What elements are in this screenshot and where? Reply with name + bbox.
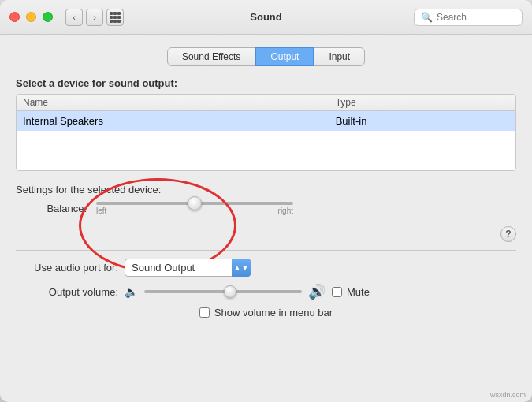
show-volume-label: Show volume in menu bar xyxy=(214,307,333,318)
watermark: wsxdn.com xyxy=(490,391,526,399)
settings-heading: Settings for the selected device: xyxy=(16,184,516,195)
mute-text: Mute xyxy=(347,286,370,298)
volume-label: Output volume: xyxy=(16,286,118,298)
search-input[interactable] xyxy=(437,12,515,23)
port-select[interactable]: Sound Output Sound Input Off xyxy=(125,259,251,277)
forward-button[interactable]: › xyxy=(86,9,103,26)
help-button[interactable]: ? xyxy=(500,226,516,242)
close-button[interactable] xyxy=(9,12,20,22)
search-icon: 🔍 xyxy=(421,12,433,23)
table-empty-area xyxy=(17,131,515,170)
back-button[interactable]: ‹ xyxy=(65,9,83,26)
balance-label: Balance: xyxy=(32,203,87,214)
nav-buttons: ‹ › xyxy=(65,9,103,26)
device-table: Name Type Internal Speakers Built-in xyxy=(16,94,516,171)
titlebar: ‹ › Sound 🔍 xyxy=(0,0,532,35)
grid-icon xyxy=(110,12,121,23)
bottom-section: Use audio port for: Sound Output Sound I… xyxy=(16,250,516,318)
table-header: Name Type xyxy=(17,95,515,111)
volume-high-icon: 🔊 xyxy=(308,283,326,300)
balance-slider[interactable] xyxy=(96,202,293,205)
device-section-heading: Select a device for sound output: xyxy=(16,77,516,89)
tab-input[interactable]: Input xyxy=(314,47,365,66)
main-content: Sound Effects Output Input Select a devi… xyxy=(0,35,532,402)
main-window: ‹ › Sound 🔍 Sound Effects Output Input S… xyxy=(0,0,532,402)
settings-section: Settings for the selected device: Balanc… xyxy=(16,179,516,215)
volume-slider[interactable] xyxy=(144,290,302,293)
port-label: Use audio port for: xyxy=(16,262,118,274)
search-box[interactable]: 🔍 xyxy=(414,9,523,26)
volume-row: Output volume: 🔈 🔊 Mute xyxy=(16,283,516,300)
help-area: ? xyxy=(16,226,516,242)
tab-sound-effects[interactable]: Sound Effects xyxy=(167,47,256,66)
tab-output[interactable]: Output xyxy=(255,47,314,66)
col-header-name: Name xyxy=(23,97,336,108)
port-select-wrapper: Sound Output Sound Input Off ▲▼ xyxy=(125,259,251,277)
col-header-type: Type xyxy=(336,97,509,108)
show-volume-row: Show volume in menu bar xyxy=(16,307,516,318)
balance-row: Balance: left right xyxy=(32,202,516,215)
show-volume-checkbox[interactable] xyxy=(199,307,210,318)
minimize-button[interactable] xyxy=(26,12,36,22)
balance-left-label: left xyxy=(96,207,106,215)
traffic-lights xyxy=(9,12,53,22)
window-title: Sound xyxy=(250,11,281,23)
volume-low-icon: 🔈 xyxy=(125,285,138,298)
maximize-button[interactable] xyxy=(43,12,53,22)
tab-bar: Sound Effects Output Input xyxy=(16,47,516,66)
slider-labels: left right xyxy=(96,207,293,215)
device-section: Select a device for sound output: Name T… xyxy=(16,77,516,171)
device-type: Built-in xyxy=(336,115,509,127)
table-row[interactable]: Internal Speakers Built-in xyxy=(17,111,515,131)
device-name: Internal Speakers xyxy=(23,115,336,127)
balance-slider-container: left right xyxy=(96,202,293,215)
audio-port-row: Use audio port for: Sound Output Sound I… xyxy=(16,259,516,277)
mute-checkbox[interactable] xyxy=(332,287,342,297)
mute-label-row: Mute xyxy=(332,286,370,298)
balance-right-label: right xyxy=(278,207,293,215)
grid-button[interactable] xyxy=(106,9,124,26)
